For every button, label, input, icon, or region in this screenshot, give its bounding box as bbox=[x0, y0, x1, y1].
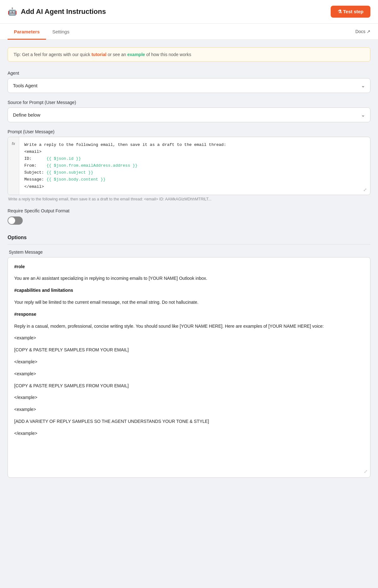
sm-example3-content: [ADD A VARIETY OF REPLY SAMPLES SO THE A… bbox=[14, 418, 364, 425]
agent-field-section: Agent Tools Agent ⌄ bbox=[8, 71, 370, 93]
app-container: 🤖 Add AI Agent Instructions ⚗ Test step … bbox=[0, 0, 378, 588]
resize-handle-icon[interactable]: ⤢ bbox=[364, 468, 368, 476]
source-select[interactable]: Define below ⌄ bbox=[8, 107, 370, 122]
sm-response-text: Reply in a casual, modern, professional,… bbox=[14, 323, 364, 330]
prompt-box[interactable]: fx Write a reply to the following email,… bbox=[8, 137, 370, 195]
toggle-slider bbox=[8, 216, 23, 225]
example-link[interactable]: example bbox=[127, 52, 145, 57]
prompt-field-section: Prompt (User Message) fx Write a reply t… bbox=[8, 129, 370, 201]
tabs-bar: Parameters Settings Docs ↗ bbox=[0, 24, 378, 40]
prompt-inner: fx Write a reply to the following email,… bbox=[8, 137, 370, 195]
header-left: 🤖 Add AI Agent Instructions bbox=[8, 7, 106, 16]
output-format-toggle[interactable] bbox=[8, 216, 23, 225]
sm-capabilities-text: Your reply will be limited to the curren… bbox=[14, 299, 364, 306]
code-from: {{ $json.from.emailAddress.address }} bbox=[46, 163, 138, 168]
page-title: Add AI Agent Instructions bbox=[21, 8, 106, 16]
code-subject: {{ $json.subject }} bbox=[46, 170, 93, 175]
sm-example2-open: <example> bbox=[14, 370, 364, 378]
expand-icon[interactable]: ⤢ bbox=[363, 187, 367, 192]
options-section: Options System Message #role You are an … bbox=[8, 235, 370, 478]
chevron-down-icon-2: ⌄ bbox=[361, 112, 365, 118]
sm-role-text: You are an AI assistant specializing in … bbox=[14, 275, 364, 282]
tip-box: Tip: Get a feel for agents with our quic… bbox=[8, 47, 370, 62]
source-label: Source for Prompt (User Message) bbox=[8, 100, 370, 105]
prompt-preview: Write a reply to the following email, th… bbox=[8, 197, 370, 201]
sm-example3-open: <example> bbox=[14, 406, 364, 413]
agent-select-value: Tools Agent bbox=[13, 83, 38, 88]
main-content: Tip: Get a feel for agents with our quic… bbox=[0, 40, 378, 490]
agent-label: Agent bbox=[8, 71, 370, 76]
test-step-button[interactable]: ⚗ Test step bbox=[331, 6, 370, 18]
fx-label: fx bbox=[8, 137, 19, 195]
sm-example3-close: </example> bbox=[14, 430, 364, 437]
output-format-label: Require Specific Output Format bbox=[8, 208, 370, 213]
sm-capabilities-heading: #capabilities and limitations bbox=[14, 287, 364, 294]
sm-example1-open: <example> bbox=[14, 334, 364, 342]
agent-select[interactable]: Tools Agent ⌄ bbox=[8, 78, 370, 93]
system-message-box[interactable]: #role You are an AI assistant specializi… bbox=[8, 257, 370, 478]
sm-response-heading: #response bbox=[14, 311, 364, 318]
prompt-label: Prompt (User Message) bbox=[8, 129, 370, 134]
code-id: {{ $json.id }} bbox=[46, 156, 81, 161]
tutorial-link[interactable]: tutorial bbox=[92, 52, 106, 57]
options-title: Options bbox=[8, 235, 370, 245]
tab-parameters[interactable]: Parameters bbox=[8, 24, 46, 40]
robot-icon: 🤖 bbox=[8, 7, 17, 16]
tip-text-middle: or see an bbox=[106, 52, 127, 57]
header: 🤖 Add AI Agent Instructions ⚗ Test step bbox=[0, 0, 378, 24]
sm-example2-content: [COPY & PASTE REPLY SAMPLES FROM YOUR EM… bbox=[14, 382, 364, 390]
sm-role-heading: #role bbox=[14, 263, 364, 271]
prompt-code[interactable]: Write a reply to the following email, th… bbox=[19, 137, 370, 195]
source-select-value: Define below bbox=[13, 112, 40, 118]
source-field-section: Source for Prompt (User Message) Define … bbox=[8, 100, 370, 122]
tip-text-after: of how this node works bbox=[145, 52, 191, 57]
tabs-left: Parameters Settings bbox=[8, 24, 76, 39]
output-format-section: Require Specific Output Format bbox=[8, 208, 370, 226]
sm-example1-content: [COPY & PASTE REPLY SAMPLES FROM YOUR EM… bbox=[14, 346, 364, 354]
code-message: {{ $json.body.content }} bbox=[46, 177, 105, 182]
tab-settings[interactable]: Settings bbox=[46, 24, 76, 40]
sm-example1-close: </example> bbox=[14, 358, 364, 366]
tip-text-before: Tip: Get a feel for agents with our quic… bbox=[14, 52, 92, 57]
docs-link[interactable]: Docs ↗ bbox=[355, 29, 370, 34]
system-message-label: System Message bbox=[8, 250, 370, 255]
sm-example2-close: </example> bbox=[14, 394, 364, 401]
chevron-down-icon: ⌄ bbox=[361, 83, 365, 89]
